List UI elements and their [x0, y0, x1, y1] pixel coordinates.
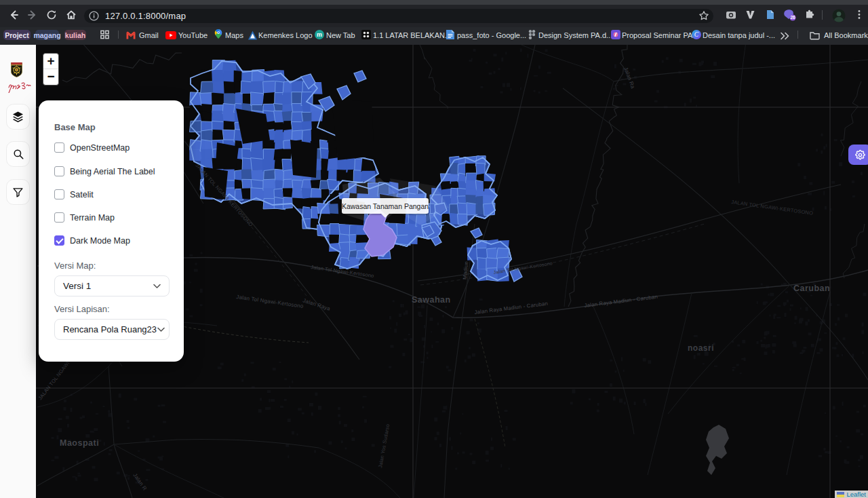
svg-text:noasri: noasri — [688, 343, 714, 353]
svg-text:Jalan Raya: Jalan Raya — [302, 297, 331, 312]
svg-text:Jalan Raya Madiun - Caruban: Jalan Raya Madiun - Caruban — [474, 301, 548, 315]
svg-text:m: m — [317, 31, 322, 38]
svg-text:Sawahan: Sawahan — [412, 295, 451, 305]
svg-text:C: C — [694, 31, 699, 38]
svg-text:Madiun: Madiun — [462, 261, 469, 280]
svg-text:Jalan R: Jalan R — [132, 472, 148, 492]
svg-text:Caruban: Caruban — [793, 284, 830, 293]
svg-text:Jalan Raya Madiun - Caruban: Jalan Raya Madiun - Caruban — [584, 294, 658, 309]
svg-text:Jalan Tol Ngawi-Kertosono: Jalan Tol Ngawi-Kertosono — [236, 294, 304, 309]
svg-text:Jalan Yos Sudarso: Jalan Yos Sudarso — [377, 423, 391, 468]
svg-text:Maospati: Maospati — [60, 438, 99, 448]
svg-text:26: 26 — [790, 15, 795, 20]
